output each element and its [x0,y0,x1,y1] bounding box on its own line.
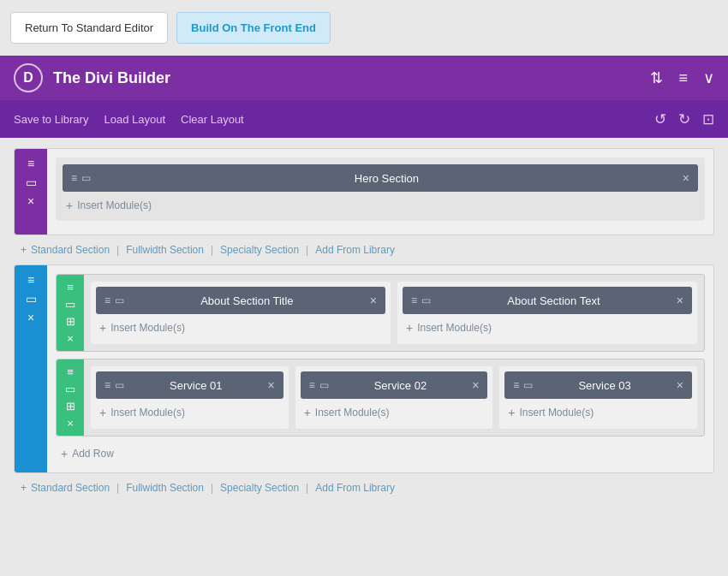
hero-close-icon[interactable]: × [683,171,689,185]
fullwidth-section-link-1[interactable]: Fullwidth Section [126,244,204,256]
plus-icon-2: + [21,482,27,494]
add-from-library-link-1[interactable]: Add From Library [315,244,395,256]
service-03-plus-icon: + [508,406,515,419]
service-01-hamburger-icon[interactable]: ≡ [104,379,110,391]
service-02-close-icon[interactable]: × [472,378,479,392]
about-title-hamburger-icon[interactable]: ≡ [104,294,110,306]
service-03-icons: ≡ ▭ [513,379,533,391]
about-text-icons: ≡ ▭ [411,294,431,306]
hero-screen-icon[interactable]: ▭ [81,172,91,184]
services-row-grid-icon[interactable]: ⊞ [66,401,75,412]
divi-logo: D [14,63,43,92]
about-section-close-icon[interactable]: × [27,312,34,324]
service-01-insert-label: Insert Module(s) [110,407,185,419]
service-03-module-header: ≡ ▭ Service 03 × [504,371,692,399]
hero-hamburger-icon[interactable]: ≡ [71,172,77,184]
canvas: ≡ ▭ × ≡ ▭ Hero Section × + Insert Module… [0,138,728,513]
toolbar: Save to Library Load Layout Clear Layout… [0,100,728,138]
about-text-close-icon[interactable]: × [677,294,683,307]
service-03-col: ≡ ▭ Service 03 × + Insert Module(s) [499,366,697,429]
about-col1-plus-icon: + [99,321,106,335]
about-text-screen-icon[interactable]: ▭ [421,294,431,306]
service-03-insert-module[interactable]: + Insert Module(s) [504,404,692,421]
service-02-module-header: ≡ ▭ Service 02 × [301,371,488,399]
about-text-hamburger-icon[interactable]: ≡ [411,294,417,306]
about-row: ≡ ▭ ⊞ × ≡ ▭ About Section Title [56,274,705,352]
sort-icon[interactable]: ⇅ [650,68,663,87]
services-row-sidebar: ≡ ▭ ⊞ × [57,359,84,436]
about-col1-insert-label: Insert Module(s) [110,322,185,334]
about-col-1: ≡ ▭ About Section Title × + Insert Modul… [91,282,391,344]
services-row-content: ≡ ▭ Service 01 × + Insert Module(s) [84,359,704,436]
services-row: ≡ ▭ ⊞ × ≡ ▭ Service 01 × [56,359,705,436]
specialty-section-link-1[interactable]: Specialty Section [220,244,299,256]
about-row-close-icon[interactable]: × [67,333,74,344]
undo-icon[interactable]: ↺ [654,110,666,128]
about-title-label: About Section Title [129,294,365,307]
specialty-section-link-2[interactable]: Specialty Section [220,482,299,494]
service-02-col: ≡ ▭ Service 02 × + Insert Module(s) [295,366,493,429]
service-02-icons: ≡ ▭ [309,379,329,391]
about-row-grid-icon[interactable]: ⊞ [66,316,75,327]
service-02-hamburger-icon[interactable]: ≡ [309,379,315,391]
service-03-hamburger-icon[interactable]: ≡ [513,379,519,391]
history-icon[interactable]: ⊡ [702,110,714,128]
about-section-screen-icon[interactable]: ▭ [26,293,37,305]
service-02-screen-icon[interactable]: ▭ [319,379,329,391]
service-01-close-icon[interactable]: × [267,378,274,392]
services-row-close-icon[interactable]: × [67,418,74,429]
standard-editor-button[interactable]: Return To Standard Editor [10,12,168,44]
redo-icon[interactable]: ↻ [678,110,690,128]
builder-header: D The Divi Builder ⇅ ≡ ∨ [0,56,728,100]
clear-layout-button[interactable]: Clear Layout [181,113,260,126]
service-01-screen-icon[interactable]: ▭ [115,379,124,391]
service-01-label: Service 01 [129,379,262,392]
about-col1-insert-module[interactable]: + Insert Module(s) [96,319,385,336]
services-row-menu-icon[interactable]: ≡ [67,366,74,377]
builder-title: The Divi Builder [53,69,170,87]
add-row-button[interactable]: + Add Row [56,443,705,464]
about-title-close-icon[interactable]: × [370,294,377,307]
menu-icon[interactable]: ≡ [678,69,688,87]
standard-section-link-1[interactable]: Standard Section [31,244,110,256]
service-03-screen-icon[interactable]: ▭ [523,379,533,391]
section-menu-icon[interactable]: ≡ [27,157,34,169]
service-01-icons: ≡ ▭ [104,379,124,391]
service-02-insert-label: Insert Module(s) [315,407,390,419]
header-icons: ⇅ ≡ ∨ [650,68,714,87]
chevron-down-icon[interactable]: ∨ [703,68,714,87]
hero-insert-label: Insert Module(s) [77,199,152,211]
toolbar-icons: ↺ ↻ ⊡ [654,110,714,128]
about-row-content: ≡ ▭ About Section Title × + Insert Modul… [84,275,704,351]
fullwidth-section-link-2[interactable]: Fullwidth Section [126,482,204,494]
about-row-screen-icon[interactable]: ▭ [65,299,75,310]
about-title-icons: ≡ ▭ [104,294,124,306]
hero-module-header: ≡ ▭ Hero Section × [63,164,698,192]
service-03-insert-label: Insert Module(s) [520,407,594,419]
builder-logo-area: D The Divi Builder [14,63,170,92]
about-title-screen-icon[interactable]: ▭ [115,294,124,306]
service-03-label: Service 03 [538,379,671,392]
service-01-module-header: ≡ ▭ Service 01 × [96,371,283,399]
section-close-icon[interactable]: × [27,195,34,207]
about-col2-insert-module[interactable]: + Insert Module(s) [403,319,692,336]
about-services-section: ≡ ▭ × ≡ ▭ ⊞ × ≡ [14,264,714,473]
service-02-label: Service 02 [334,379,467,392]
standard-section-link-2[interactable]: Standard Section [31,482,110,494]
service-02-plus-icon: + [304,406,311,419]
hero-insert-module[interactable]: + Insert Module(s) [63,197,698,214]
about-section-content: ≡ ▭ ⊞ × ≡ ▭ About Section Title [47,265,713,472]
service-01-insert-module[interactable]: + Insert Module(s) [96,404,283,421]
service-03-close-icon[interactable]: × [677,378,683,392]
section-screen-icon[interactable]: ▭ [26,176,37,188]
save-to-library-button[interactable]: Save to Library [14,113,104,126]
about-col2-insert-label: Insert Module(s) [417,322,492,334]
about-row-menu-icon[interactable]: ≡ [67,282,74,293]
service-01-col: ≡ ▭ Service 01 × + Insert Module(s) [91,366,289,429]
add-from-library-link-2[interactable]: Add From Library [315,482,395,494]
front-end-button[interactable]: Build On The Front End [176,12,331,44]
load-layout-button[interactable]: Load Layout [104,113,181,126]
service-02-insert-module[interactable]: + Insert Module(s) [301,404,488,421]
services-row-screen-icon[interactable]: ▭ [65,383,75,395]
about-section-menu-icon[interactable]: ≡ [27,274,34,286]
